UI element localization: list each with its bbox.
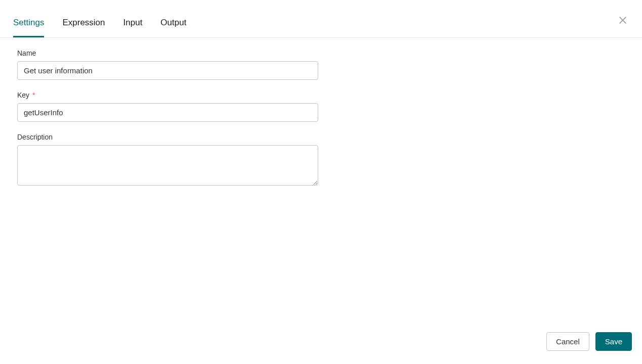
description-group: Description <box>17 133 317 188</box>
key-group: Key * <box>17 91 317 122</box>
description-label-text: Description <box>17 133 53 141</box>
dialog-header: Settings Expression Input Output <box>0 0 642 38</box>
key-label: Key * <box>17 91 317 99</box>
tab-list: Settings Expression Input Output <box>10 0 186 37</box>
tab-settings[interactable]: Settings <box>13 17 44 37</box>
dialog-footer: Cancel Save <box>546 332 632 351</box>
tab-output[interactable]: Output <box>160 17 186 37</box>
key-input[interactable] <box>17 103 318 122</box>
close-button[interactable] <box>617 14 629 26</box>
name-label-text: Name <box>17 49 36 57</box>
settings-form: Name Key * Description <box>0 38 334 210</box>
description-textarea[interactable] <box>17 145 318 186</box>
name-input[interactable] <box>17 61 318 80</box>
tab-input[interactable]: Input <box>123 17 143 37</box>
description-label: Description <box>17 133 317 141</box>
save-button[interactable]: Save <box>595 332 632 351</box>
cancel-button[interactable]: Cancel <box>546 332 589 351</box>
close-icon <box>618 15 628 25</box>
name-label: Name <box>17 49 317 57</box>
tab-expression[interactable]: Expression <box>62 17 105 37</box>
required-indicator: * <box>32 91 35 99</box>
name-group: Name <box>17 49 317 80</box>
key-label-text: Key <box>17 91 29 99</box>
